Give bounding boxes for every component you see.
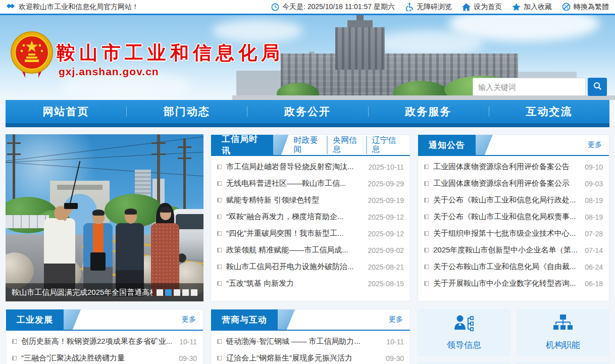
list-item[interactable]: “四化”并重破局突围！我市新型工...2025-09-12 <box>217 225 404 242</box>
accessibility-link[interactable]: 无障碍浏览 <box>405 3 452 12</box>
tab-triangle-decoration <box>273 135 289 155</box>
quick-link-box-partial[interactable] <box>517 362 609 364</box>
list-item-title: 无线电科普进社区——鞍山市工信... <box>226 179 365 188</box>
traditional-link[interactable]: 轉換為繁體 <box>562 3 609 12</box>
list-item[interactable]: “五改”筑基 向新发力2025-08-15 <box>217 275 404 292</box>
business-list: 链动渤海·智汇钢城 —— 市工信局助力...10-11 辽洽会上“钢熔新生”展现… <box>211 331 410 364</box>
list-item-title: “双鞍”融合再发力，梯度培育助企... <box>226 212 365 222</box>
industry-list: 创历史新高！鞍钢资源22项成果在多省矿业...10-11 “三融合”汇聚决战决胜… <box>6 331 203 364</box>
list-item-title: 链动渤海·智汇钢城 —— 市工信局助力... <box>226 337 383 346</box>
link-central-info[interactable]: 央网信息 <box>327 136 366 154</box>
site-banner: 鞍山市工业和信息化局 gxj.anshan.gov.cn <box>0 15 615 100</box>
carousel-dot-active[interactable] <box>165 289 172 296</box>
list-bullet-icon <box>217 356 222 360</box>
search-button[interactable] <box>588 78 607 96</box>
list-item-date: 2025-09-02 <box>368 246 404 254</box>
notices-more-link[interactable]: 更多 <box>588 135 609 155</box>
quick-link-leaders[interactable]: 领导信息 <box>418 309 510 356</box>
convert-traditional-icon <box>562 3 571 11</box>
list-item-title: 市工信局赴岫岩督导轻烧反射窑淘汰... <box>226 162 365 172</box>
list-bullet-icon <box>217 231 222 236</box>
carousel-dot[interactable] <box>182 289 189 296</box>
tab-industry[interactable]: 工业发展 <box>6 309 64 330</box>
list-item[interactable]: 政策领航 精准赋能——市工信局成...2025-09-02 <box>217 242 404 258</box>
nav-item-interaction[interactable]: 互动交流 <box>489 100 609 123</box>
list-item[interactable]: “三融合”汇聚决战决胜磅礴力量09-30 <box>12 350 197 364</box>
list-item[interactable]: “双鞍”融合再发力，梯度培育助企...2025-09-12 <box>217 209 404 225</box>
tab-notices[interactable]: 通知公告 <box>418 135 476 155</box>
list-item[interactable]: 关于公布鞍山市工业和信息化局《自由裁...06-24 <box>424 258 603 275</box>
carousel-dots <box>157 289 197 296</box>
nav-bottom-strip <box>6 123 609 127</box>
list-item[interactable]: 关于公布《鞍山市工业和信息化局权责事...08-19 <box>424 209 603 225</box>
favorite-label: 加入收藏 <box>524 3 552 12</box>
search-icon <box>593 82 602 92</box>
quick-link-functions[interactable]: 机构职能 <box>517 309 609 356</box>
cloud-decoration <box>373 30 484 57</box>
tab-triangle-decoration <box>476 135 493 155</box>
favorite-link[interactable]: 加入收藏 <box>512 3 552 12</box>
nav-item-gov-services[interactable]: 政务服务 <box>368 100 489 123</box>
list-bullet-icon <box>424 265 429 269</box>
list-item-date: 2025-08-21 <box>368 263 404 271</box>
photo-person-head <box>160 208 171 220</box>
main-nav: 网站首页 部门动态 政务公开 政务服务 互动交流 <box>6 100 609 123</box>
tab-business[interactable]: 营商与互动 <box>211 309 278 330</box>
link-liaoning-info[interactable]: 辽宁信息 <box>366 136 405 154</box>
list-item-date: 09-03 <box>585 180 603 188</box>
industry-panel-header: 工业发展 更多 <box>6 309 203 331</box>
tab-bureau-news[interactable]: 工信局时讯 <box>211 135 273 155</box>
photo-person-head <box>92 211 105 224</box>
quick-link-box-partial[interactable] <box>418 362 510 364</box>
list-item[interactable]: 工业固体废物资源综合利用评价备案公告09-10 <box>424 159 603 175</box>
list-bullet-icon <box>424 281 429 286</box>
quick-link-label: 领导信息 <box>447 339 481 351</box>
banner-building-tower <box>356 15 364 20</box>
list-item[interactable]: 2025年度鞍山市创新型中小企业名单（第...07-14 <box>424 242 603 258</box>
list-item[interactable]: 市工信局赴岫岩督导轻烧反射窑淘汰...2025-10-11 <box>217 159 404 175</box>
news-carousel[interactable]: 鞍山市工信局圆满完成2025年全国普通高校 <box>6 134 203 301</box>
list-item[interactable]: 工业固体废物资源综合利用评价备案公示09-03 <box>424 175 603 192</box>
quick-links: 领导信息 机构职能 <box>418 309 609 364</box>
list-item-date: 2025-10-11 <box>368 163 404 171</box>
business-more-link[interactable]: 更多 <box>389 309 410 330</box>
nav-item-home[interactable]: 网站首页 <box>6 100 126 123</box>
traditional-label: 轉換為繁體 <box>574 3 609 12</box>
list-bullet-icon <box>424 248 429 252</box>
search-input[interactable] <box>473 78 586 96</box>
carousel-dot[interactable] <box>174 289 180 296</box>
list-item[interactable]: 关于组织申报第十七批市级企业技术中心...07-28 <box>424 225 603 242</box>
set-home-link[interactable]: 设为首页 <box>462 3 502 12</box>
industry-more-link[interactable]: 更多 <box>182 309 203 330</box>
nav-item-gov-disclosure[interactable]: 政务公开 <box>247 100 368 123</box>
list-item-title: 关于公布《鞍山市工业和信息化局权责事... <box>433 212 582 222</box>
list-item-title: 赋能专精特新 引领绿色转型 <box>226 195 365 205</box>
list-item-date: 07-28 <box>585 230 603 238</box>
list-item[interactable]: 辽洽会上“钢熔新生”展现多元振兴活力09-30 <box>217 350 404 364</box>
industry-panel: 工业发展 更多 创历史新高！鞍钢资源22项成果在多省矿业...10-11 “三融… <box>6 309 203 364</box>
business-panel-header: 营商与互动 更多 <box>211 309 410 331</box>
national-emblem-logo[interactable] <box>10 30 54 81</box>
list-item[interactable]: 关于公布《鞍山市工业和信息化局行政处...08-19 <box>424 192 603 209</box>
list-item[interactable]: 赋能专精特新 引领绿色转型2025-09-19 <box>217 192 404 209</box>
main-content: 鞍山市工信局圆满完成2025年全国普通高校 工信局时讯 时政要闻 央网信息 辽宁… <box>0 127 615 364</box>
list-item-date: 2025-09-19 <box>368 196 404 204</box>
nav-item-department-news[interactable]: 部门动态 <box>126 100 247 123</box>
list-item[interactable]: 创历史新高！鞍钢资源22项成果在多省矿业...10-11 <box>12 333 197 350</box>
list-item[interactable]: 无线电科普进社区——鞍山市工信...2025-09-29 <box>217 175 404 192</box>
link-current-politics[interactable]: 时政要闻 <box>289 136 327 154</box>
tab-triangle-decoration <box>64 309 81 330</box>
list-bullet-icon <box>424 231 429 236</box>
carousel-dot[interactable] <box>191 289 197 296</box>
topbar-links: 今天是: 2025/10/18 11:01:57 星期六 无障碍浏览 设为首页 … <box>271 3 609 12</box>
list-item-date: 07-14 <box>585 246 603 254</box>
site-url: gxj.anshan.gov.cn <box>59 66 159 78</box>
list-item[interactable]: 鞍山市工信局召开电力设施外破防治...2025-08-21 <box>217 258 404 275</box>
list-item[interactable]: 链动渤海·智汇钢城 —— 市工信局助力...10-11 <box>217 333 404 350</box>
banner-building-tower <box>335 27 385 70</box>
carousel-dot[interactable] <box>157 289 163 296</box>
photo-display-boards <box>6 215 49 228</box>
list-item[interactable]: 关于开展鞍山市中小企业数字化转型咨询...06-18 <box>424 275 603 292</box>
news-list: 市工信局赴岫岩督导轻烧反射窑淘汰...2025-10-11 无线电科普进社区——… <box>211 156 410 292</box>
list-item-title: 关于公布《鞍山市工业和信息化局行政处... <box>433 195 582 205</box>
